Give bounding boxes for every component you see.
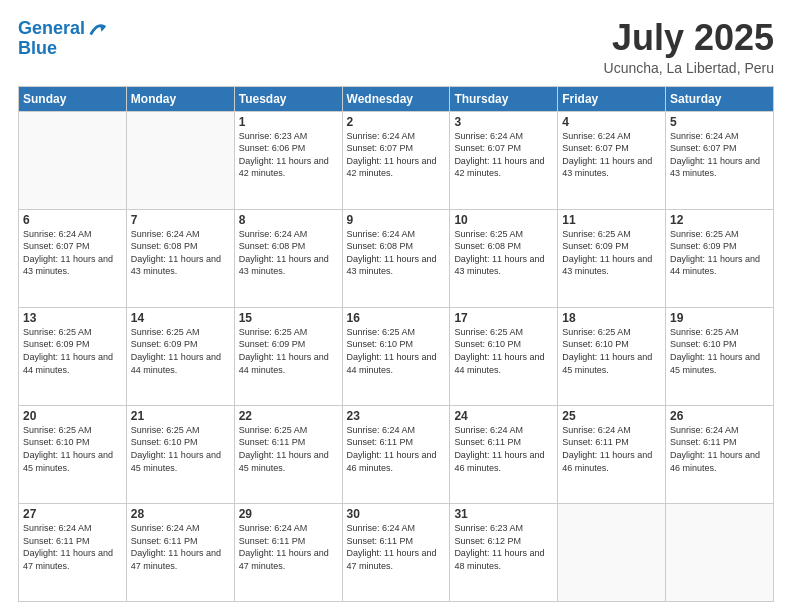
- week-row-1: 1Sunrise: 6:23 AM Sunset: 6:06 PM Daylig…: [19, 111, 774, 209]
- weekday-monday: Monday: [126, 86, 234, 111]
- day-cell: 20Sunrise: 6:25 AM Sunset: 6:10 PM Dayli…: [19, 405, 127, 503]
- day-number: 7: [131, 213, 230, 227]
- day-cell: 1Sunrise: 6:23 AM Sunset: 6:06 PM Daylig…: [234, 111, 342, 209]
- weekday-friday: Friday: [558, 86, 666, 111]
- day-cell: 5Sunrise: 6:24 AM Sunset: 6:07 PM Daylig…: [666, 111, 774, 209]
- day-cell: 14Sunrise: 6:25 AM Sunset: 6:09 PM Dayli…: [126, 307, 234, 405]
- day-info: Sunrise: 6:25 AM Sunset: 6:10 PM Dayligh…: [670, 326, 769, 376]
- day-number: 8: [239, 213, 338, 227]
- day-number: 27: [23, 507, 122, 521]
- day-info: Sunrise: 6:24 AM Sunset: 6:08 PM Dayligh…: [239, 228, 338, 278]
- day-info: Sunrise: 6:25 AM Sunset: 6:10 PM Dayligh…: [23, 424, 122, 474]
- day-number: 3: [454, 115, 553, 129]
- day-cell: 18Sunrise: 6:25 AM Sunset: 6:10 PM Dayli…: [558, 307, 666, 405]
- day-cell: 19Sunrise: 6:25 AM Sunset: 6:10 PM Dayli…: [666, 307, 774, 405]
- day-number: 11: [562, 213, 661, 227]
- day-number: 31: [454, 507, 553, 521]
- day-cell: [126, 111, 234, 209]
- day-number: 10: [454, 213, 553, 227]
- day-number: 14: [131, 311, 230, 325]
- day-cell: [558, 503, 666, 601]
- day-cell: 22Sunrise: 6:25 AM Sunset: 6:11 PM Dayli…: [234, 405, 342, 503]
- weekday-thursday: Thursday: [450, 86, 558, 111]
- day-info: Sunrise: 6:24 AM Sunset: 6:07 PM Dayligh…: [347, 130, 446, 180]
- day-info: Sunrise: 6:24 AM Sunset: 6:11 PM Dayligh…: [131, 522, 230, 572]
- day-info: Sunrise: 6:24 AM Sunset: 6:08 PM Dayligh…: [347, 228, 446, 278]
- day-info: Sunrise: 6:23 AM Sunset: 6:12 PM Dayligh…: [454, 522, 553, 572]
- day-cell: [666, 503, 774, 601]
- calendar-table: SundayMondayTuesdayWednesdayThursdayFrid…: [18, 86, 774, 602]
- day-cell: 4Sunrise: 6:24 AM Sunset: 6:07 PM Daylig…: [558, 111, 666, 209]
- day-info: Sunrise: 6:25 AM Sunset: 6:09 PM Dayligh…: [562, 228, 661, 278]
- day-info: Sunrise: 6:25 AM Sunset: 6:08 PM Dayligh…: [454, 228, 553, 278]
- day-cell: 8Sunrise: 6:24 AM Sunset: 6:08 PM Daylig…: [234, 209, 342, 307]
- day-number: 4: [562, 115, 661, 129]
- day-number: 26: [670, 409, 769, 423]
- day-number: 1: [239, 115, 338, 129]
- day-cell: 13Sunrise: 6:25 AM Sunset: 6:09 PM Dayli…: [19, 307, 127, 405]
- day-info: Sunrise: 6:24 AM Sunset: 6:07 PM Dayligh…: [562, 130, 661, 180]
- day-number: 22: [239, 409, 338, 423]
- day-number: 28: [131, 507, 230, 521]
- day-number: 24: [454, 409, 553, 423]
- day-info: Sunrise: 6:25 AM Sunset: 6:10 PM Dayligh…: [131, 424, 230, 474]
- day-info: Sunrise: 6:25 AM Sunset: 6:09 PM Dayligh…: [239, 326, 338, 376]
- day-cell: 17Sunrise: 6:25 AM Sunset: 6:10 PM Dayli…: [450, 307, 558, 405]
- day-number: 19: [670, 311, 769, 325]
- day-number: 5: [670, 115, 769, 129]
- day-cell: [19, 111, 127, 209]
- day-info: Sunrise: 6:24 AM Sunset: 6:11 PM Dayligh…: [670, 424, 769, 474]
- week-row-3: 13Sunrise: 6:25 AM Sunset: 6:09 PM Dayli…: [19, 307, 774, 405]
- day-info: Sunrise: 6:25 AM Sunset: 6:10 PM Dayligh…: [562, 326, 661, 376]
- day-number: 15: [239, 311, 338, 325]
- day-info: Sunrise: 6:24 AM Sunset: 6:11 PM Dayligh…: [23, 522, 122, 572]
- day-number: 6: [23, 213, 122, 227]
- day-number: 9: [347, 213, 446, 227]
- location: Ucuncha, La Libertad, Peru: [604, 60, 774, 76]
- day-cell: 15Sunrise: 6:25 AM Sunset: 6:09 PM Dayli…: [234, 307, 342, 405]
- day-cell: 23Sunrise: 6:24 AM Sunset: 6:11 PM Dayli…: [342, 405, 450, 503]
- day-cell: 10Sunrise: 6:25 AM Sunset: 6:08 PM Dayli…: [450, 209, 558, 307]
- day-number: 20: [23, 409, 122, 423]
- day-info: Sunrise: 6:24 AM Sunset: 6:11 PM Dayligh…: [347, 424, 446, 474]
- day-number: 21: [131, 409, 230, 423]
- day-number: 12: [670, 213, 769, 227]
- day-info: Sunrise: 6:24 AM Sunset: 6:11 PM Dayligh…: [454, 424, 553, 474]
- day-info: Sunrise: 6:24 AM Sunset: 6:08 PM Dayligh…: [131, 228, 230, 278]
- day-cell: 24Sunrise: 6:24 AM Sunset: 6:11 PM Dayli…: [450, 405, 558, 503]
- weekday-saturday: Saturday: [666, 86, 774, 111]
- day-cell: 27Sunrise: 6:24 AM Sunset: 6:11 PM Dayli…: [19, 503, 127, 601]
- page-header: General Blue July 2025 Ucuncha, La Liber…: [18, 18, 774, 76]
- weekday-header-row: SundayMondayTuesdayWednesdayThursdayFrid…: [19, 86, 774, 111]
- day-cell: 11Sunrise: 6:25 AM Sunset: 6:09 PM Dayli…: [558, 209, 666, 307]
- day-info: Sunrise: 6:25 AM Sunset: 6:11 PM Dayligh…: [239, 424, 338, 474]
- title-block: July 2025 Ucuncha, La Libertad, Peru: [604, 18, 774, 76]
- month-title: July 2025: [604, 18, 774, 58]
- day-cell: 26Sunrise: 6:24 AM Sunset: 6:11 PM Dayli…: [666, 405, 774, 503]
- day-cell: 21Sunrise: 6:25 AM Sunset: 6:10 PM Dayli…: [126, 405, 234, 503]
- week-row-4: 20Sunrise: 6:25 AM Sunset: 6:10 PM Dayli…: [19, 405, 774, 503]
- logo-icon: [87, 18, 109, 40]
- day-number: 13: [23, 311, 122, 325]
- day-cell: 30Sunrise: 6:24 AM Sunset: 6:11 PM Dayli…: [342, 503, 450, 601]
- day-cell: 28Sunrise: 6:24 AM Sunset: 6:11 PM Dayli…: [126, 503, 234, 601]
- week-row-2: 6Sunrise: 6:24 AM Sunset: 6:07 PM Daylig…: [19, 209, 774, 307]
- day-number: 18: [562, 311, 661, 325]
- day-number: 2: [347, 115, 446, 129]
- day-info: Sunrise: 6:25 AM Sunset: 6:10 PM Dayligh…: [347, 326, 446, 376]
- day-info: Sunrise: 6:23 AM Sunset: 6:06 PM Dayligh…: [239, 130, 338, 180]
- day-cell: 9Sunrise: 6:24 AM Sunset: 6:08 PM Daylig…: [342, 209, 450, 307]
- day-number: 23: [347, 409, 446, 423]
- day-info: Sunrise: 6:24 AM Sunset: 6:07 PM Dayligh…: [670, 130, 769, 180]
- day-info: Sunrise: 6:24 AM Sunset: 6:11 PM Dayligh…: [347, 522, 446, 572]
- logo: General Blue: [18, 18, 109, 59]
- day-info: Sunrise: 6:24 AM Sunset: 6:11 PM Dayligh…: [239, 522, 338, 572]
- day-number: 25: [562, 409, 661, 423]
- weekday-sunday: Sunday: [19, 86, 127, 111]
- day-cell: 3Sunrise: 6:24 AM Sunset: 6:07 PM Daylig…: [450, 111, 558, 209]
- day-number: 29: [239, 507, 338, 521]
- day-cell: 25Sunrise: 6:24 AM Sunset: 6:11 PM Dayli…: [558, 405, 666, 503]
- day-cell: 16Sunrise: 6:25 AM Sunset: 6:10 PM Dayli…: [342, 307, 450, 405]
- day-number: 30: [347, 507, 446, 521]
- day-cell: 29Sunrise: 6:24 AM Sunset: 6:11 PM Dayli…: [234, 503, 342, 601]
